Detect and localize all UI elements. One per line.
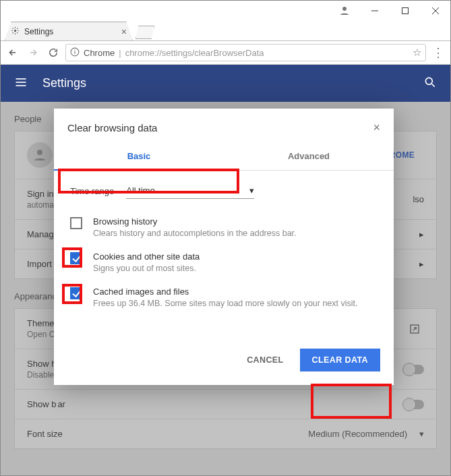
option-cookies[interactable]: Cookies and other site data Signs you ou…	[67, 245, 380, 280]
svg-point-12	[425, 78, 432, 84]
clear-browsing-data-dialog: Clear browsing data × Basic Advanced Tim…	[54, 109, 394, 385]
url-origin: Chrome	[84, 48, 115, 58]
window-minimize-button[interactable]	[359, 1, 390, 20]
settings-title: Settings	[42, 76, 86, 90]
back-button[interactable]	[5, 44, 21, 61]
gear-icon	[11, 26, 20, 37]
svg-point-5	[14, 29, 16, 31]
reload-button[interactable]	[45, 44, 61, 61]
address-bar[interactable]: Chrome | chrome://settings/clearBrowserD…	[65, 44, 426, 61]
settings-app-header: Settings	[1, 65, 450, 102]
clear-data-button[interactable]: CLEAR DATA	[300, 349, 380, 371]
browser-tab-settings[interactable]: Settings ×	[5, 22, 133, 40]
site-info-icon[interactable]	[70, 47, 80, 59]
url-text: chrome://settings/clearBrowserData	[125, 48, 409, 58]
browser-menu-button[interactable]: ⋮	[430, 45, 446, 60]
checkbox[interactable]	[70, 287, 82, 299]
svg-point-7	[74, 49, 75, 50]
toolbar: Chrome | chrome://settings/clearBrowserD…	[1, 40, 450, 65]
tab-close-icon[interactable]: ×	[121, 26, 127, 37]
search-icon[interactable]	[423, 76, 437, 92]
profile-icon[interactable]	[329, 5, 359, 17]
new-tab-button[interactable]	[136, 26, 154, 39]
tab-strip: Settings ×	[1, 20, 450, 40]
bookmark-star-icon[interactable]: ☆	[413, 47, 421, 59]
cancel-button[interactable]: CANCEL	[236, 349, 294, 371]
time-range-select[interactable]: All time ▾	[126, 183, 254, 199]
chevron-down-icon: ▾	[249, 185, 254, 196]
forward-button	[25, 44, 41, 61]
window-close-button[interactable]	[420, 1, 450, 20]
window-maximize-button[interactable]	[390, 1, 420, 20]
window-titlebar	[1, 1, 450, 20]
svg-rect-2	[402, 7, 408, 13]
option-cache[interactable]: Cached images and files Frees up 36.4 MB…	[67, 280, 380, 315]
svg-point-0	[342, 7, 347, 11]
tab-basic[interactable]: Basic	[54, 143, 224, 171]
svg-line-13	[432, 84, 435, 86]
time-range-row: Time range All time ▾	[67, 183, 380, 210]
close-icon[interactable]: ×	[373, 121, 380, 135]
menu-icon[interactable]	[14, 76, 28, 92]
checkbox[interactable]	[70, 252, 82, 264]
time-range-label: Time range	[70, 186, 114, 196]
checkbox[interactable]	[70, 217, 82, 229]
tab-advanced[interactable]: Advanced	[224, 143, 394, 171]
dialog-title: Clear browsing data	[67, 122, 157, 133]
tab-title: Settings	[24, 27, 53, 36]
option-browsing-history[interactable]: Browsing history Clears history and auto…	[67, 210, 380, 245]
svg-rect-8	[74, 51, 75, 53]
